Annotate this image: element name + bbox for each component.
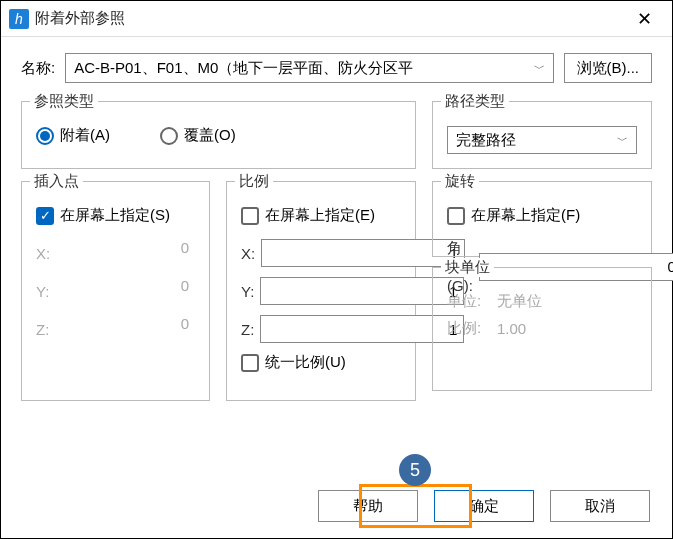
block-unit-value: 无单位 <box>497 292 542 311</box>
block-scale-label: 比例: <box>447 319 497 338</box>
dialog-title: 附着外部参照 <box>35 9 624 28</box>
rotate-onscreen-checkbox[interactable]: 在屏幕上指定(F) <box>447 206 637 225</box>
help-button[interactable]: 帮助 <box>318 490 418 522</box>
radio-attach[interactable]: 附着(A) <box>36 126 110 145</box>
scale-onscreen-label: 在屏幕上指定(E) <box>265 206 375 225</box>
insert-onscreen-label: 在屏幕上指定(S) <box>60 206 170 225</box>
dialog-window: h 附着外部参照 ✕ 名称: AC-B-P01、F01、M0（地下一层平面、防火… <box>0 0 673 539</box>
annotation-marker: 5 <box>399 454 431 486</box>
checkbox-unchecked-icon <box>241 354 259 372</box>
cancel-button[interactable]: 取消 <box>550 490 650 522</box>
button-row: 帮助 确定 取消 <box>318 490 650 522</box>
block-unit-row: 单位:无单位 <box>447 292 637 311</box>
name-select[interactable]: AC-B-P01、F01、M0（地下一层平面、防火分区平 ﹀ <box>65 53 553 83</box>
checkbox-unchecked-icon <box>241 207 259 225</box>
titlebar: h 附着外部参照 ✕ <box>1 1 672 37</box>
insert-y-label: Y: <box>36 283 66 300</box>
app-icon: h <box>9 9 29 29</box>
insert-z-input: 0 <box>72 315 195 343</box>
scale-x-label: X: <box>241 245 255 262</box>
reference-type-group: 参照类型 附着(A) 覆盖(O) <box>21 101 416 169</box>
insertion-point-title: 插入点 <box>30 172 83 191</box>
radio-checked-icon <box>36 127 54 145</box>
scale-group: 比例 在屏幕上指定(E) X: Y: Z: 统一比例(U) <box>226 181 416 401</box>
block-scale-value: 1.00 <box>497 320 526 337</box>
reference-type-title: 参照类型 <box>30 92 98 111</box>
scale-title: 比例 <box>235 172 273 191</box>
checkbox-unchecked-icon <box>447 207 465 225</box>
path-type-select[interactable]: 完整路径 ﹀ <box>447 126 637 154</box>
block-unit-label: 单位: <box>447 292 497 311</box>
row-type: 参照类型 附着(A) 覆盖(O) 路径类型 完整路径 ﹀ <box>21 101 652 169</box>
insert-onscreen-checkbox[interactable]: ✓ 在屏幕上指定(S) <box>36 206 195 225</box>
radio-unchecked-icon <box>160 127 178 145</box>
insert-x-input: 0 <box>72 239 195 267</box>
block-unit-title: 块单位 <box>441 258 494 277</box>
insert-z-label: Z: <box>36 321 66 338</box>
scale-z-label: Z: <box>241 321 254 338</box>
insert-y-input: 0 <box>72 277 195 305</box>
browse-button[interactable]: 浏览(B)... <box>564 53 653 83</box>
uniform-scale-label: 统一比例(U) <box>265 353 346 372</box>
path-type-title: 路径类型 <box>441 92 509 111</box>
rotation-group: 旋转 在屏幕上指定(F) 角度(G): <box>432 181 652 257</box>
dialog-content: 名称: AC-B-P01、F01、M0（地下一层平面、防火分区平 ﹀ 浏览(B)… <box>1 37 672 413</box>
scale-y-label: Y: <box>241 283 254 300</box>
name-row: 名称: AC-B-P01、F01、M0（地下一层平面、防火分区平 ﹀ 浏览(B)… <box>21 53 652 83</box>
right-column: 旋转 在屏幕上指定(F) 角度(G): 块单位 单位:无单位 比例:1.00 <box>432 181 652 401</box>
uniform-scale-checkbox[interactable]: 统一比例(U) <box>241 353 401 372</box>
insertion-point-group: 插入点 ✓ 在屏幕上指定(S) X:0 Y:0 Z:0 <box>21 181 210 401</box>
name-label: 名称: <box>21 59 55 78</box>
block-scale-row: 比例:1.00 <box>447 319 637 338</box>
path-type-group: 路径类型 完整路径 ﹀ <box>432 101 652 169</box>
insert-x-label: X: <box>36 245 66 262</box>
ok-button[interactable]: 确定 <box>434 490 534 522</box>
name-value: AC-B-P01、F01、M0（地下一层平面、防火分区平 <box>74 59 413 78</box>
radio-attach-label: 附着(A) <box>60 126 110 145</box>
rotate-onscreen-label: 在屏幕上指定(F) <box>471 206 580 225</box>
block-unit-group: 块单位 单位:无单位 比例:1.00 <box>432 267 652 391</box>
chevron-down-icon: ﹀ <box>617 133 628 148</box>
rotation-title: 旋转 <box>441 172 479 191</box>
radio-overlay[interactable]: 覆盖(O) <box>160 126 236 145</box>
row-params: 插入点 ✓ 在屏幕上指定(S) X:0 Y:0 Z:0 比例 在屏幕上指定(E)… <box>21 181 652 401</box>
scale-onscreen-checkbox[interactable]: 在屏幕上指定(E) <box>241 206 401 225</box>
close-button[interactable]: ✕ <box>624 3 664 35</box>
path-type-value: 完整路径 <box>456 131 516 150</box>
radio-overlay-label: 覆盖(O) <box>184 126 236 145</box>
chevron-down-icon: ﹀ <box>534 61 545 76</box>
checkbox-checked-icon: ✓ <box>36 207 54 225</box>
